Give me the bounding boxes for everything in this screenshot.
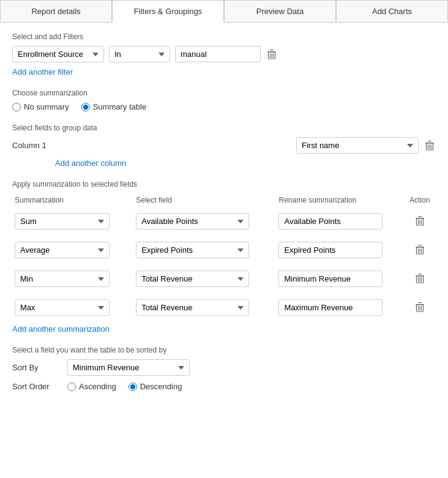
- summ-delete-icon-1[interactable]: [414, 244, 426, 256]
- add-column-button[interactable]: Add another column: [55, 159, 126, 168]
- tab-add-charts[interactable]: Add Charts: [336, 0, 448, 22]
- summ-delete-icon-2[interactable]: [414, 272, 426, 285]
- no-summary-radio[interactable]: [12, 103, 21, 111]
- filter-row: Enrollment Source In: [12, 46, 436, 62]
- summarization-radio-group: No summary Summary table: [12, 102, 436, 111]
- group-field-select[interactable]: First name: [296, 137, 419, 154]
- table-row: Max Total Revenue: [12, 296, 436, 319]
- sort-by-row: Sort By Minimum Revenue: [12, 359, 436, 376]
- svg-rect-1: [270, 50, 274, 50]
- table-row: Average Expired Points: [12, 238, 436, 262]
- svg-rect-25: [418, 274, 422, 274]
- descending-label: Descending: [140, 382, 182, 391]
- summarization-section: Choose summarization No summary Summary …: [12, 89, 436, 111]
- summary-table-radio[interactable]: [81, 103, 90, 111]
- rename-input-3[interactable]: [278, 299, 383, 316]
- tab-bar: Report details Filters & Groupings Previ…: [0, 0, 448, 23]
- header-rename: Rename summarization: [276, 193, 405, 209]
- filter-operator-select[interactable]: In: [109, 46, 170, 62]
- summ-delete-icon-0[interactable]: [414, 215, 426, 227]
- summ-select-3[interactable]: Max: [15, 299, 110, 316]
- svg-rect-7: [428, 141, 431, 141]
- table-row: Min Total Revenue: [12, 267, 436, 291]
- descending-option[interactable]: Descending: [129, 382, 182, 391]
- group-delete-icon[interactable]: [424, 140, 436, 152]
- sort-by-label: Sort By: [12, 363, 61, 372]
- rename-input-1[interactable]: [278, 242, 383, 258]
- field-select-2[interactable]: Total Revenue: [136, 271, 249, 287]
- header-action: Action: [405, 193, 436, 209]
- sort-section: Select a field you want the table to be …: [12, 346, 436, 391]
- group-data-row: Column 1 First name: [12, 137, 436, 154]
- filter-field-select[interactable]: Enrollment Source: [12, 46, 104, 62]
- filter-delete-icon[interactable]: [266, 48, 278, 61]
- no-summary-label: No summary: [24, 102, 69, 111]
- add-summarization-button[interactable]: Add another summarization: [12, 324, 110, 334]
- rename-input-0[interactable]: [278, 213, 383, 230]
- summ-select-1[interactable]: Average: [15, 242, 110, 258]
- rename-input-2[interactable]: [278, 271, 383, 287]
- filter-value-input[interactable]: [175, 46, 261, 62]
- sort-by-select[interactable]: Minimum Revenue: [67, 359, 190, 376]
- no-summary-option[interactable]: No summary: [12, 102, 69, 111]
- summarization-table: Summarization Select field Rename summar…: [12, 193, 436, 319]
- ascending-option[interactable]: Ascending: [67, 382, 116, 391]
- ascending-label: Ascending: [79, 382, 116, 391]
- field-select-1[interactable]: Expired Points: [136, 242, 249, 258]
- summarization-label: Choose summarization: [12, 89, 436, 97]
- header-summarization: Summarization: [12, 193, 133, 209]
- tab-preview-data[interactable]: Preview Data: [224, 0, 336, 22]
- apply-summ-label: Apply summarization to selected fields: [12, 180, 436, 189]
- table-row: Sum Available Points: [12, 209, 436, 233]
- summ-delete-icon-3[interactable]: [414, 301, 426, 313]
- filters-section: Select and add Filters Enrollment Source…: [12, 32, 436, 77]
- sort-order-row: Sort Order Ascending Descending: [12, 382, 436, 391]
- field-select-0[interactable]: Available Points: [136, 213, 249, 230]
- group-data-section: Select fields to group data Column 1 Fir…: [12, 124, 436, 168]
- summ-select-0[interactable]: Sum: [15, 213, 110, 230]
- column-label: Column 1: [12, 141, 49, 150]
- svg-rect-31: [418, 302, 422, 303]
- summ-select-2[interactable]: Min: [15, 271, 110, 287]
- svg-rect-19: [418, 245, 422, 245]
- tab-report-details[interactable]: Report details: [0, 0, 112, 22]
- ascending-radio[interactable]: [67, 383, 76, 391]
- sort-section-label: Select a field you want the table to be …: [12, 346, 436, 354]
- field-select-3[interactable]: Total Revenue: [136, 299, 249, 316]
- filters-label: Select and add Filters: [12, 32, 436, 41]
- svg-rect-13: [418, 216, 422, 217]
- group-data-label: Select fields to group data: [12, 124, 436, 132]
- sort-order-radio-group: Ascending Descending: [67, 382, 182, 391]
- add-filter-button[interactable]: Add another filter: [12, 67, 73, 77]
- tab-filters-groupings[interactable]: Filters & Groupings: [112, 0, 224, 23]
- descending-radio[interactable]: [129, 383, 137, 391]
- sort-order-label: Sort Order: [12, 382, 61, 391]
- summary-table-option[interactable]: Summary table: [81, 102, 146, 111]
- apply-summ-section: Apply summarization to selected fields S…: [12, 180, 436, 334]
- summary-table-label: Summary table: [93, 102, 146, 111]
- header-select-field: Select field: [133, 193, 276, 209]
